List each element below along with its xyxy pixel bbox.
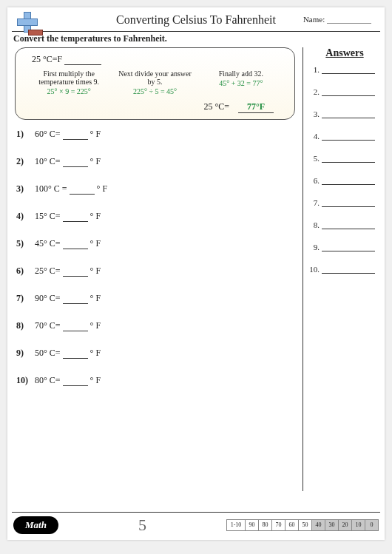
- problem-left: 50° C=: [35, 348, 61, 358]
- score-cell: 40: [311, 520, 325, 530]
- answer-num: 9.: [309, 243, 320, 251]
- answer-num: 7.: [309, 198, 320, 207]
- answer-num: 3.: [309, 109, 320, 118]
- footer-divider: [12, 512, 380, 513]
- example-result-left: 25 °C=: [203, 101, 229, 112]
- problem-left: 10° C=: [35, 156, 61, 166]
- problem-mid: =: [62, 183, 67, 194]
- step3-calc: 45° + 32 = 77°: [201, 79, 281, 87]
- problem-blank[interactable]: [63, 269, 88, 277]
- step2-calc: 225° ÷ 5 = 45°: [115, 87, 195, 95]
- problem-blank[interactable]: [63, 160, 88, 167]
- problem-left: 15° C=: [35, 211, 61, 221]
- example-step-3: Finally add 32. 45° + 32 = 77°: [198, 70, 284, 95]
- problems-column: 25 °C=F First multiply the temperature t…: [12, 47, 303, 491]
- problem-blank[interactable]: [70, 187, 95, 195]
- score-cell: 30: [325, 520, 338, 530]
- score-cell: 0: [365, 520, 378, 530]
- answer-num: 6.: [309, 176, 320, 185]
- answer-num: 1.: [309, 65, 320, 74]
- answer-line: 4.: [309, 132, 380, 141]
- problem-right: ° F: [90, 211, 101, 221]
- problem-right: ° F: [90, 348, 101, 358]
- problem-right: ° F: [90, 238, 101, 249]
- answer-blank[interactable]: [322, 266, 375, 274]
- problem-row: 10) 80° C= ° F: [16, 375, 298, 386]
- problem-number: 2): [16, 156, 33, 167]
- step2-instr: Next divide your answer by 5.: [115, 70, 195, 86]
- problem-number: 9): [16, 348, 33, 359]
- step3-instr: Finally add 32.: [201, 70, 281, 78]
- problem-number: 6): [16, 266, 33, 277]
- answer-line: 10.: [309, 265, 380, 274]
- name-field: Name:: [303, 15, 371, 24]
- main-area: 25 °C=F First multiply the temperature t…: [7, 47, 385, 491]
- problem-row: 9) 50° C= ° F: [16, 348, 298, 359]
- problem-row: 3) 100° C = ° F: [16, 183, 298, 195]
- example-result-value: 77°F: [238, 101, 274, 113]
- answer-blank[interactable]: [322, 110, 375, 118]
- step1-calc: 25° × 9 = 225°: [29, 87, 109, 95]
- answer-blank[interactable]: [322, 132, 375, 141]
- problem-number: 5): [16, 238, 33, 249]
- score-cell: 1-10: [227, 520, 245, 530]
- instruction-text: Convert the temperatures to Fahrenheit.: [7, 32, 385, 47]
- example-box: 25 °C=F First multiply the temperature t…: [15, 47, 295, 120]
- problem-number: 8): [16, 320, 33, 331]
- score-cell: 10: [351, 520, 365, 530]
- answer-line: 5.: [309, 154, 380, 163]
- problem-blank[interactable]: [63, 214, 88, 222]
- name-blank[interactable]: [327, 23, 371, 24]
- answers-column: Answers 1. 2. 3. 4. 5. 6. 7. 8. 9. 10.: [303, 47, 380, 287]
- score-cell: 20: [338, 520, 351, 530]
- answer-num: 4.: [309, 132, 320, 141]
- example-prompt: 25 °C=F: [32, 54, 62, 64]
- problem-number: 10): [16, 375, 33, 386]
- problem-right: ° F: [97, 183, 107, 194]
- score-cell: 50: [298, 520, 311, 530]
- score-cell: 60: [285, 520, 298, 530]
- page-number: 5: [58, 516, 226, 535]
- worksheet-page: Converting Celsius To Fahrenheit Name: C…: [7, 7, 385, 540]
- problem-right: ° F: [90, 375, 101, 385]
- answers-title: Answers: [309, 47, 380, 59]
- score-cell: 90: [245, 520, 258, 530]
- problem-row: 4) 15° C= ° F: [16, 211, 298, 222]
- problem-blank[interactable]: [63, 297, 88, 304]
- problem-blank[interactable]: [63, 132, 88, 140]
- problem-number: 1): [16, 129, 33, 140]
- answer-blank[interactable]: [322, 155, 375, 163]
- problem-blank[interactable]: [63, 379, 88, 386]
- example-prompt-blank: [64, 64, 101, 65]
- answer-line: 3.: [309, 109, 380, 118]
- problem-row: 8) 70° C= ° F: [16, 320, 298, 331]
- problem-number: 3): [16, 183, 33, 195]
- problem-left: 60° C=: [35, 129, 61, 139]
- answer-line: 6.: [309, 176, 380, 185]
- score-cell: 70: [271, 520, 285, 530]
- problem-right: ° F: [90, 129, 101, 139]
- problem-number: 7): [16, 293, 33, 304]
- problem-left: 25° C=: [35, 266, 61, 276]
- problem-blank[interactable]: [63, 242, 88, 249]
- problem-left: 90° C=: [35, 293, 61, 303]
- answer-blank[interactable]: [322, 177, 375, 185]
- answer-blank[interactable]: [322, 221, 375, 229]
- answer-blank[interactable]: [322, 88, 375, 96]
- name-label: Name:: [303, 15, 325, 24]
- logo-icon: [15, 12, 40, 37]
- score-cell: 80: [258, 520, 271, 530]
- problem-left: 45° C=: [35, 238, 61, 249]
- answer-blank[interactable]: [322, 243, 375, 251]
- problem-blank[interactable]: [63, 351, 88, 359]
- problem-right: ° F: [90, 156, 101, 166]
- answer-blank[interactable]: [322, 199, 375, 207]
- footer: Math 5 1-10 90 80 70 60 50 40 30 20 10 0: [7, 512, 385, 533]
- problem-number: 4): [16, 211, 33, 222]
- problem-row: 7) 90° C= ° F: [16, 293, 298, 304]
- answer-blank[interactable]: [322, 66, 375, 74]
- problem-blank[interactable]: [63, 324, 88, 331]
- problem-row: 6) 25° C= ° F: [16, 266, 298, 277]
- example-result: 25 °C= 77°F: [23, 95, 287, 113]
- problem-right: ° F: [90, 266, 101, 276]
